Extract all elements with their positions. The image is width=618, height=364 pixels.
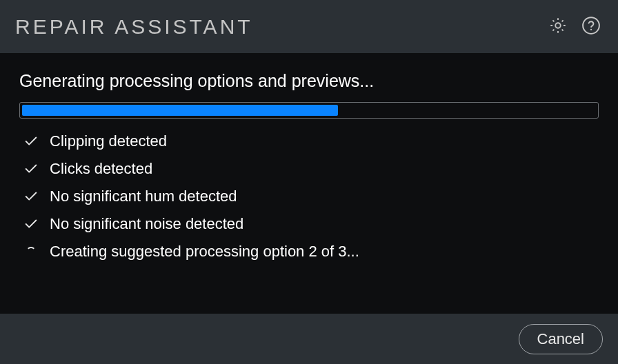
app-title: REPAIR ASSISTANT [15, 15, 253, 39]
step-item: Clicks detected [23, 160, 599, 178]
step-text: Creating suggested processing option 2 o… [50, 243, 359, 261]
check-icon [23, 216, 39, 232]
svg-point-1 [583, 17, 599, 34]
progress-fill [22, 105, 338, 116]
check-icon [23, 161, 39, 176]
step-text: Clipping detected [50, 132, 167, 150]
help-button[interactable] [579, 15, 603, 39]
step-item: Creating suggested processing option 2 o… [23, 243, 599, 261]
step-item: No significant hum detected [23, 188, 599, 205]
svg-point-0 [555, 23, 560, 28]
step-list: Clipping detectedClicks detectedNo signi… [19, 132, 599, 261]
check-icon [23, 189, 39, 204]
status-heading: Generating processing options and previe… [19, 71, 599, 91]
step-text: Clicks detected [50, 160, 152, 178]
footer: Cancel [0, 314, 618, 364]
progress-bar [19, 102, 599, 119]
check-icon [23, 134, 39, 149]
titlebar-actions [546, 15, 603, 39]
settings-button[interactable] [546, 15, 570, 39]
titlebar: REPAIR ASSISTANT [0, 0, 618, 53]
step-text: No significant hum detected [50, 188, 237, 205]
help-icon [581, 15, 601, 39]
step-text: No significant noise detected [50, 215, 243, 233]
svg-point-2 [590, 28, 592, 30]
step-item: Clipping detected [23, 132, 599, 150]
main-panel: Generating processing options and previe… [0, 53, 618, 314]
gear-icon [548, 16, 568, 38]
step-item: No significant noise detected [23, 215, 599, 233]
spinner-icon [23, 244, 39, 259]
cancel-button[interactable]: Cancel [519, 324, 603, 354]
